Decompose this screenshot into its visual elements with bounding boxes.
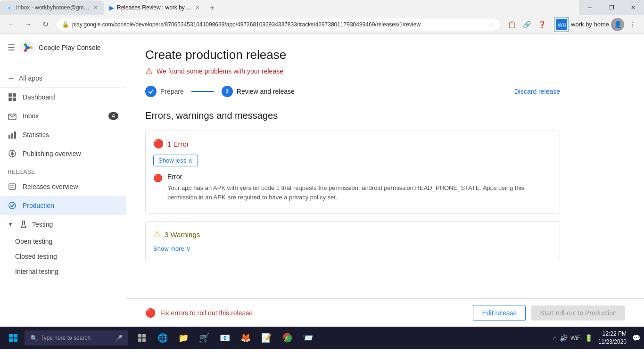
svg-point-6 <box>30 46 33 49</box>
tab-title-gmail: Inbox - workbyhomee@gmail.co <box>16 4 91 11</box>
show-less-button[interactable]: Show less ∧ <box>153 155 198 166</box>
error-item-label: Error <box>167 173 552 181</box>
step-review-label: Review and release <box>237 88 295 95</box>
back-arrow-icon: ← <box>8 74 15 82</box>
tray-battery-icon[interactable]: 🔋 <box>585 334 593 342</box>
sidebar: ☰ Google Play Console ← All apps <box>0 34 126 327</box>
error-item: 🔴 Error Your app has an APK with version… <box>153 173 552 202</box>
account-name: work by home <box>571 21 609 28</box>
sidebar-item-statistics[interactable]: Statistics <box>0 125 126 144</box>
tray-time-text: 12:22 PM <box>598 330 627 338</box>
bottom-error-text: Fix errors to roll out this release <box>160 309 253 317</box>
taskbar-store-app[interactable]: 🛒 <box>194 329 214 347</box>
dashboard-label: Dashboard <box>23 93 55 101</box>
publishing-icon <box>8 149 17 158</box>
taskbar-mail-app[interactable]: 📧 <box>215 329 235 347</box>
help-icon[interactable]: ❓ <box>535 18 548 31</box>
sidebar-item-releases-overview[interactable]: Releases overview <box>0 177 126 196</box>
testing-icon <box>19 220 28 229</box>
profile-icon[interactable]: 👤 <box>611 18 624 31</box>
notification-icon[interactable]: 💬 <box>632 334 640 342</box>
svg-rect-12 <box>8 135 10 139</box>
sidebar-search-area <box>0 61 126 69</box>
sidebar-header: ☰ Google Play Console <box>0 34 126 61</box>
task-view-button[interactable] <box>132 329 152 347</box>
releases-overview-label: Releases overview <box>23 183 78 190</box>
show-more-button[interactable]: Show more ∨ <box>153 245 191 252</box>
star-icon[interactable]: ☆ <box>489 21 495 28</box>
new-tab-button[interactable]: + <box>206 1 219 15</box>
sidebar-item-internal-testing[interactable]: Internal testing <box>0 264 126 279</box>
discard-release-button[interactable]: Discard release <box>514 88 560 95</box>
sidebar-item-inbox[interactable]: Inbox 4 <box>0 107 126 125</box>
svg-point-16 <box>11 152 14 155</box>
sidebar-item-production[interactable]: Production <box>0 196 126 215</box>
steps-row: Prepare 2 Review and release Discard rel… <box>145 86 560 97</box>
step-connector <box>191 91 214 92</box>
svg-rect-28 <box>14 338 17 342</box>
close-button[interactable]: ✕ <box>622 0 644 15</box>
error-item-text: Your app has an APK with version code 1 … <box>167 183 552 202</box>
svg-rect-32 <box>142 338 146 342</box>
windows-logo-icon <box>8 333 18 343</box>
bookmark-icon[interactable]: 📋 <box>505 18 518 31</box>
show-more-label: Show more <box>153 245 184 252</box>
tab-close-play[interactable]: ✕ <box>195 4 200 11</box>
tray-date-text: 11/23/2020 <box>598 338 627 346</box>
all-apps-button[interactable]: ← All apps <box>0 69 126 88</box>
edit-release-button[interactable]: Edit release <box>473 305 526 321</box>
inbox-label: Inbox <box>23 112 39 120</box>
hamburger-icon[interactable]: ☰ <box>8 42 15 53</box>
back-button[interactable]: ← <box>5 18 18 31</box>
error-banner-icon: ⚠ <box>145 66 153 76</box>
mail-icon: 📧 <box>220 333 230 343</box>
taskbar-chrome-app[interactable] <box>277 329 297 347</box>
all-apps-label: All apps <box>19 74 42 82</box>
error-count-label: 1 Error <box>167 140 189 148</box>
svg-rect-30 <box>142 334 146 337</box>
restore-button[interactable]: ❐ <box>601 0 622 15</box>
cast-icon[interactable]: 🔗 <box>520 18 533 31</box>
search-icon: 🔍 <box>30 335 38 342</box>
tab-play-console[interactable]: ▶ Releases Review | work by home ✕ <box>104 0 206 15</box>
taskbar-edge-app[interactable]: 🌐 <box>153 329 173 347</box>
sidebar-item-dashboard[interactable]: Dashboard <box>0 88 126 107</box>
sidebar-item-publishing[interactable]: Publishing overview <box>0 144 126 163</box>
tab-gmail[interactable]: 📧 Inbox - workbyhomee@gmail.co ✕ <box>0 0 104 15</box>
svg-rect-14 <box>14 132 16 139</box>
step-done-circle <box>145 86 157 97</box>
error-section: 🔴 1 Error Show less ∧ 🔴 Error Your app h… <box>145 131 560 214</box>
start-button[interactable] <box>4 329 23 347</box>
tray-network-icon[interactable]: ⌂ <box>553 334 556 342</box>
tray-wifi-icon[interactable]: WiFi <box>570 335 582 341</box>
url-bar[interactable]: 🔒 play.google.com/console/developers/870… <box>56 18 501 31</box>
content-area: Create production release ⚠ We found som… <box>126 34 579 281</box>
step-prepare-label: Prepare <box>160 88 184 95</box>
address-bar: ← → ↻ 🔒 play.google.com/console/develope… <box>0 15 644 34</box>
steps-container: Prepare 2 Review and release <box>145 86 295 97</box>
menu-icon[interactable]: ⋮ <box>626 18 639 31</box>
tray-speaker-icon[interactable]: 🔊 <box>560 334 568 342</box>
statistics-icon <box>8 130 17 140</box>
tray-datetime[interactable]: 12:22 PM 11/23/2020 <box>594 330 630 346</box>
taskbar-message-app[interactable]: 📨 <box>298 329 318 347</box>
taskbar-explorer-app[interactable]: 📁 <box>173 329 193 347</box>
taskbar-word-app[interactable]: 📝 <box>256 329 276 347</box>
mic-icon: 🎤 <box>115 335 123 342</box>
minimize-button[interactable]: ─ <box>579 0 601 15</box>
account-area[interactable]: WH work by home <box>554 17 609 32</box>
forward-button[interactable]: → <box>22 18 35 31</box>
sidebar-item-open-testing[interactable]: Open testing <box>0 234 126 249</box>
releases-overview-icon <box>8 182 17 191</box>
play-logo-text: Google Play Console <box>39 44 101 51</box>
tab-favicon-play: ▶ <box>109 4 114 11</box>
taskbar-firefox-app[interactable]: 🦊 <box>236 329 256 347</box>
explorer-icon: 📁 <box>178 333 189 343</box>
sidebar-item-closed-testing[interactable]: Closed testing <box>0 249 126 264</box>
taskbar-search-area[interactable]: 🔍 Type here to search 🎤 <box>25 330 128 346</box>
sidebar-item-testing[interactable]: ▼ Testing <box>0 215 126 234</box>
reload-button[interactable]: ↻ <box>39 18 52 31</box>
svg-rect-8 <box>13 93 16 97</box>
error-banner-text: We found some problems with your release <box>157 67 283 75</box>
tab-close-gmail[interactable]: ✕ <box>93 4 98 11</box>
